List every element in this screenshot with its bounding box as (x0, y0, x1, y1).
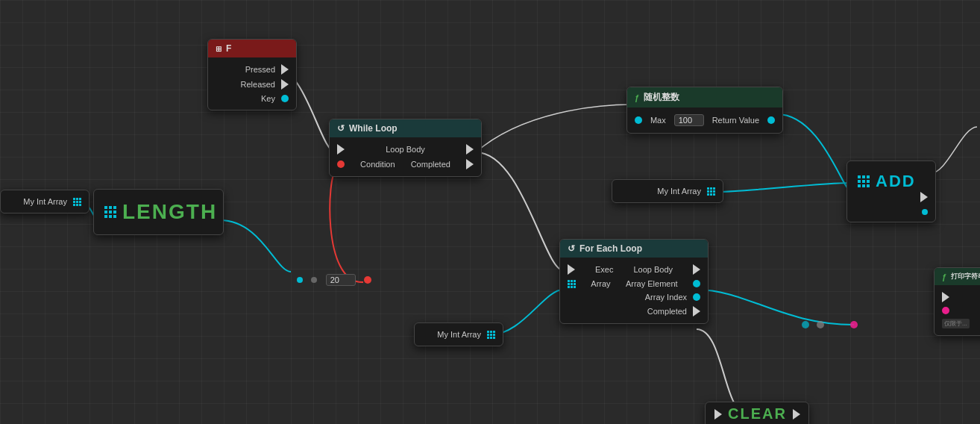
key-label: Key (261, 94, 275, 103)
for-arrayelement-label: Array Element (626, 279, 678, 288)
length-body: LENGTH (94, 190, 223, 234)
for-array-in-pin[interactable] (568, 280, 576, 288)
int-20-left-pin2[interactable] (311, 277, 317, 283)
random-int-max-row: Max Return Value (627, 112, 782, 128)
add-exec-out[interactable] (920, 192, 928, 202)
print-instring-row: In Strin (935, 305, 980, 317)
clear-exec-in[interactable] (714, 409, 722, 420)
print-sub-label: 仅限于... (942, 319, 970, 328)
int-20-right-pin[interactable] (364, 276, 371, 284)
add-title: ADD (876, 172, 916, 191)
condition-label: Condition (360, 160, 395, 169)
while-condition-row: Condition Completed (330, 157, 481, 172)
int-20-row (289, 272, 379, 288)
my-int-array-left-label: My Int Array (23, 197, 67, 206)
my-int-array-bottom-body: My Int Array (415, 323, 503, 346)
random-int-title: 随机整数 (644, 91, 679, 104)
while-loop-title: While Loop (349, 123, 398, 134)
return-value-pin[interactable] (767, 116, 775, 124)
grid-icon: ⊞ (216, 45, 222, 53)
loop-icon: ↺ (337, 123, 345, 134)
for-arrayindex-row: Array Index (560, 290, 708, 304)
int-20-node (289, 267, 379, 293)
print-instring-pin[interactable] (942, 307, 949, 314)
my-int-array-left-row: My Int Array (1, 195, 89, 208)
for-each-array-row: Array Array Element (560, 277, 708, 290)
clear-exec-out[interactable] (793, 409, 800, 420)
random-int-node: ƒ 随机整数 Max Return Value (626, 87, 783, 134)
while-loop-body: Loop Body Condition Completed (330, 137, 481, 176)
completed-pin[interactable] (466, 159, 474, 169)
for-each-loop-icon: ↺ (568, 243, 575, 254)
print-exec-in[interactable] (942, 292, 949, 302)
print-func-icon: ƒ (942, 272, 946, 281)
svg-point-2 (850, 321, 858, 328)
int-20-left-pin[interactable] (297, 277, 303, 283)
my-int-array-bottom-pin[interactable] (487, 331, 495, 339)
print-sub-row: 仅限于... (935, 317, 980, 331)
svg-point-0 (802, 321, 809, 328)
released-pin[interactable] (281, 79, 289, 90)
for-each-exec-in[interactable] (568, 264, 575, 275)
for-loopbody-pin[interactable] (693, 264, 700, 275)
key-row: Key (208, 92, 296, 105)
completed-label: Completed (411, 160, 450, 169)
return-value-label: Return Value (712, 116, 759, 125)
my-int-array-left-body: My Int Array (1, 190, 89, 213)
pressed-pin[interactable] (281, 64, 289, 75)
for-each-body: Exec Loop Body Array Array Element Array… (560, 258, 708, 323)
pressed-row: Pressed (208, 62, 296, 77)
loop-body-label: Loop Body (386, 145, 425, 154)
for-exec-label: Exec (595, 265, 613, 274)
add-left-pin[interactable] (858, 175, 870, 187)
clear-node: CLEAR (705, 402, 809, 424)
length-title: LENGTH (122, 200, 217, 224)
clear-display: CLEAR (706, 402, 808, 424)
my-int-array-right-row: My Int Array (612, 184, 723, 198)
for-arrayelement-pin[interactable] (693, 280, 700, 287)
pressed-label: Pressed (245, 65, 275, 74)
condition-pin-in[interactable] (337, 160, 345, 168)
length-left-pin[interactable] (104, 206, 116, 218)
f-key-body: Pressed Released Key (208, 57, 296, 110)
print-string-header: ƒ 打印字符串 (935, 268, 980, 285)
for-each-loop-node: ↺ For Each Loop Exec Loop Body Array Arr… (559, 239, 709, 324)
for-each-header: ↺ For Each Loop (560, 240, 708, 258)
for-loopbody-label: Loop Body (633, 265, 673, 274)
my-int-array-right-body: My Int Array (612, 180, 723, 202)
length-display: LENGTH (94, 194, 223, 230)
for-array-label: Array (591, 279, 610, 288)
while-exec-in[interactable] (337, 144, 345, 155)
my-int-array-left-pin[interactable] (73, 198, 81, 206)
my-int-array-right-label: My Int Array (657, 187, 701, 196)
print-string-title: 打印字符串 (951, 272, 980, 281)
my-int-array-bottom-label: My Int Array (437, 330, 481, 339)
random-int-header: ƒ 随机整数 (627, 87, 782, 107)
while-exec-row: Loop Body (330, 142, 481, 157)
int-20-input[interactable] (326, 274, 356, 286)
released-row: Released (208, 77, 296, 92)
key-pin[interactable] (281, 95, 289, 102)
for-completed-row: Completed (560, 304, 708, 319)
my-int-array-bottom-row: My Int Array (415, 328, 503, 341)
add-node: ADD (846, 160, 936, 222)
length-node: LENGTH (93, 189, 224, 235)
max-value-input[interactable] (674, 114, 704, 126)
released-label: Released (241, 80, 275, 89)
print-string-node: ƒ 打印字符串 In Strin 仅限于... (934, 267, 980, 336)
svg-point-1 (817, 321, 824, 328)
for-arrayindex-pin[interactable] (693, 293, 700, 301)
my-int-array-right-node: My Int Array (612, 179, 723, 203)
for-completed-label: Completed (647, 307, 687, 316)
max-label: Max (650, 116, 666, 125)
my-int-array-bottom-node: My Int Array (414, 322, 503, 346)
random-int-body: Max Return Value (627, 107, 782, 133)
for-completed-pin[interactable] (693, 306, 700, 317)
loop-body-pin[interactable] (466, 144, 474, 155)
max-pin[interactable] (635, 116, 642, 124)
while-loop-header: ↺ While Loop (330, 119, 481, 137)
my-int-array-right-pin[interactable] (707, 187, 715, 196)
int-20-body (289, 267, 379, 293)
print-string-body: In Strin 仅限于... (935, 285, 980, 335)
add-value-out[interactable] (922, 209, 928, 215)
